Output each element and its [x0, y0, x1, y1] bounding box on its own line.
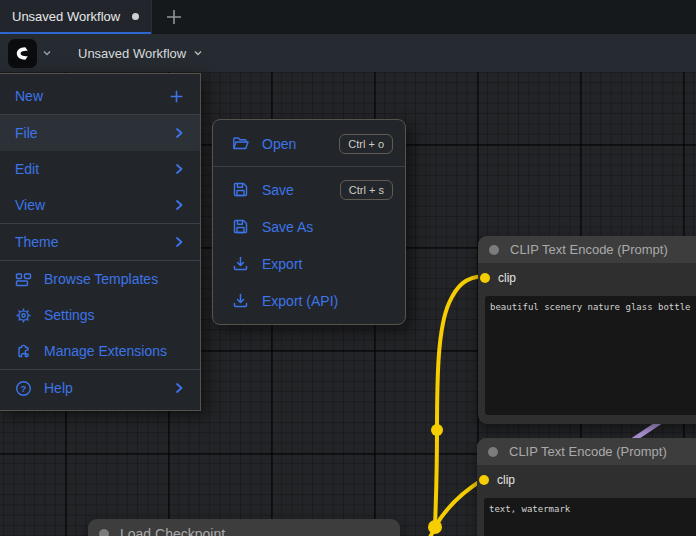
collapse-dot-icon[interactable]	[489, 245, 499, 255]
templates-icon	[15, 271, 32, 288]
menu-item-settings[interactable]: Settings	[0, 297, 200, 333]
submenu-item-save[interactable]: Save Ctrl + s	[213, 171, 405, 208]
chevron-right-icon	[173, 236, 185, 248]
menu-item-file[interactable]: File	[0, 115, 200, 151]
submenu-item-open[interactable]: Open Ctrl + o	[213, 125, 405, 162]
prompt-textarea[interactable]: text, watermark	[484, 498, 696, 536]
puzzle-icon	[15, 343, 32, 360]
node-title: CLIP Text Encode (Prompt)	[509, 444, 667, 459]
node-clip-text-encode-negative[interactable]: CLIP Text Encode (Prompt) clip text, wat…	[477, 438, 696, 536]
menu-label: New	[15, 88, 43, 104]
clip-input-port[interactable]	[479, 475, 489, 485]
shortcut-badge: Ctrl + o	[339, 134, 393, 154]
workflow-tab-active[interactable]: Unsaved Workflow	[0, 0, 151, 34]
new-workflow-tab-button[interactable]	[158, 3, 190, 31]
submenu-item-save-as[interactable]: Save As	[213, 208, 405, 245]
shortcut-badge: Ctrl + s	[340, 180, 393, 200]
download-icon	[232, 255, 249, 272]
comfyui-logo-icon	[13, 44, 32, 63]
tab-separator	[151, 0, 152, 34]
workflow-name-label: Unsaved Workflow	[78, 46, 186, 61]
node-header[interactable]: CLIP Text Encode (Prompt)	[478, 236, 696, 263]
prompt-textarea[interactable]: beautiful scenery nature glass bottle	[485, 296, 696, 415]
menu-label: Edit	[15, 161, 39, 177]
workflow-tab-bar: Unsaved Workflow	[0, 0, 696, 34]
menu-item-view[interactable]: View	[0, 187, 200, 223]
folder-open-icon	[232, 135, 249, 152]
chevron-right-icon	[173, 163, 185, 175]
menu-label: Help	[44, 380, 73, 396]
svg-text:?: ?	[21, 383, 27, 394]
question-circle-icon: ?	[15, 380, 32, 397]
clip-input-label: clip	[498, 271, 516, 285]
save-icon	[232, 218, 249, 235]
collapse-dot-icon[interactable]	[99, 529, 109, 536]
chevron-right-icon	[173, 199, 185, 211]
menu-label: File	[15, 125, 38, 141]
plus-icon	[168, 88, 185, 105]
menu-label: Manage Extensions	[44, 343, 167, 359]
workflow-tab-label: Unsaved Workflow	[12, 9, 120, 24]
node-clip-text-encode-positive[interactable]: CLIP Text Encode (Prompt) clip beautiful…	[478, 236, 696, 424]
menu-label: View	[15, 197, 45, 213]
gear-icon	[15, 307, 32, 324]
node-header[interactable]: CLIP Text Encode (Prompt)	[477, 438, 696, 465]
main-toolbar: Unsaved Workflow	[0, 34, 696, 72]
node-header[interactable]: Load Checkpoint	[88, 519, 400, 536]
node-load-checkpoint[interactable]: Load Checkpoint	[88, 519, 400, 536]
menu-item-browse-templates[interactable]: Browse Templates	[0, 261, 200, 297]
main-menu: New File Edit View	[0, 73, 201, 411]
menu-item-manage-extensions[interactable]: Manage Extensions	[0, 333, 200, 369]
submenu-separator	[213, 166, 405, 167]
node-title: Load Checkpoint	[120, 526, 225, 536]
menu-item-edit[interactable]: Edit	[0, 151, 200, 187]
collapse-dot-icon[interactable]	[488, 447, 498, 457]
clip-input-label: clip	[497, 473, 515, 487]
submenu-label: Open	[262, 136, 296, 152]
save-icon	[232, 181, 249, 198]
chevron-right-icon	[173, 382, 185, 394]
menu-label: Theme	[15, 234, 59, 250]
submenu-label: Save	[262, 182, 294, 198]
plus-icon	[164, 7, 184, 27]
menu-item-theme[interactable]: Theme	[0, 224, 200, 260]
menu-label: Browse Templates	[44, 271, 158, 287]
clip-input-port[interactable]	[480, 273, 490, 283]
menu-item-new[interactable]: New	[0, 78, 200, 114]
chevron-down-icon	[193, 48, 203, 58]
file-submenu: Open Ctrl + o Save Ctrl + s	[212, 119, 406, 325]
logo-dropdown-button[interactable]	[42, 48, 52, 58]
submenu-item-export[interactable]: Export	[213, 245, 405, 282]
submenu-label: Save As	[262, 219, 313, 235]
menu-item-help[interactable]: ? Help	[0, 370, 200, 406]
workflow-name-dropdown[interactable]: Unsaved Workflow	[78, 46, 203, 61]
node-title: CLIP Text Encode (Prompt)	[510, 242, 668, 257]
chevron-right-icon	[173, 127, 185, 139]
submenu-item-export-api[interactable]: Export (API)	[213, 282, 405, 319]
download-icon	[232, 292, 249, 309]
submenu-label: Export	[262, 256, 302, 272]
submenu-label: Export (API)	[262, 293, 338, 309]
chevron-down-icon	[42, 48, 52, 58]
menu-label: Settings	[44, 307, 95, 323]
unsaved-indicator-dot	[132, 13, 139, 20]
comfyui-logo-button[interactable]	[8, 39, 37, 68]
